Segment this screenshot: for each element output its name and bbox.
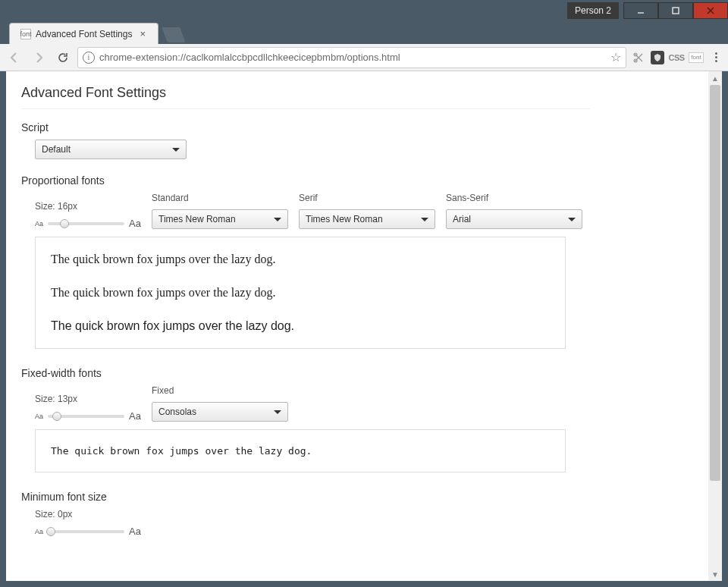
extension-icon-scissors[interactable]: [631, 50, 646, 65]
sans-font-dropdown[interactable]: Arial: [446, 209, 582, 229]
fixed-preview: The quick brown fox jumps over the lazy …: [35, 429, 566, 472]
chevron-down-icon: [172, 148, 180, 152]
slider-aa-big: Aa: [129, 218, 141, 229]
standard-label: Standard: [152, 193, 288, 203]
script-dropdown-value: Default: [42, 144, 71, 155]
preview-sans: The quick brown fox jumps over the lazy …: [51, 319, 550, 333]
slider-aa-big: Aa: [129, 526, 141, 537]
script-section-label: Script: [21, 121, 693, 133]
tab-strip: font Advanced Font Settings ×: [0, 21, 728, 44]
slider-thumb[interactable]: [46, 527, 55, 536]
nav-forward-button[interactable]: [29, 48, 49, 67]
sans-font-value: Arial: [453, 214, 471, 224]
proportional-heading: Proportional fonts: [21, 174, 693, 187]
bookmark-star-icon[interactable]: ☆: [610, 50, 621, 64]
slider-thumb[interactable]: [52, 412, 61, 421]
fixed-size-label: Size: 13px: [35, 394, 141, 404]
fixed-heading: Fixed-width fonts: [21, 367, 693, 379]
fixed-label: Fixed: [152, 385, 288, 396]
tab-title: Advanced Font Settings: [36, 29, 132, 39]
window-maximize-button[interactable]: [658, 2, 693, 19]
extension-icon-ublock[interactable]: [651, 51, 664, 64]
sans-label: Sans-Serif: [446, 193, 582, 203]
extension-icon-font[interactable]: font: [689, 52, 704, 63]
url-text: chrome-extension://caclkomlalccbpcdllchk…: [99, 52, 606, 63]
preview-serif: The quick brown fox jumps over the lazy …: [51, 286, 550, 300]
scroll-down-arrow[interactable]: ▼: [708, 567, 722, 581]
reload-button[interactable]: [53, 48, 73, 67]
site-info-icon[interactable]: i: [83, 52, 95, 64]
minimum-heading: Minimum font size: [21, 491, 693, 503]
page-title: Advanced Font Settings: [21, 85, 590, 109]
slider-aa-small: Aa: [35, 528, 43, 535]
serif-label: Serif: [299, 193, 435, 203]
proportional-size-label: Size: 16px: [35, 201, 141, 212]
proportional-size-slider[interactable]: [48, 222, 124, 225]
fixed-size-slider[interactable]: [48, 415, 124, 418]
tab-favicon: font: [20, 29, 31, 39]
browser-menu-button[interactable]: [708, 52, 723, 62]
address-bar[interactable]: i chrome-extension://caclkomlalccbpcdllc…: [77, 47, 626, 68]
slider-aa-small: Aa: [35, 413, 43, 420]
browser-tab[interactable]: font Advanced Font Settings ×: [9, 23, 158, 44]
window-titlebar: Person 2: [0, 0, 728, 21]
slider-thumb[interactable]: [60, 219, 69, 228]
standard-font-dropdown[interactable]: Times New Roman: [152, 209, 288, 229]
chevron-down-icon: [274, 410, 281, 414]
nav-back-button[interactable]: [5, 48, 24, 67]
chevron-down-icon: [568, 218, 576, 221]
new-tab-button[interactable]: [162, 27, 185, 42]
tab-close-icon[interactable]: ×: [140, 28, 146, 39]
serif-font-dropdown[interactable]: Times New Roman: [299, 209, 435, 229]
minimum-size-label: Size: 0px: [35, 509, 141, 520]
slider-aa-big: Aa: [129, 410, 141, 422]
chevron-down-icon: [421, 218, 428, 221]
page-viewport: Advanced Font Settings Script Default Pr…: [6, 71, 708, 581]
fixed-font-dropdown[interactable]: Consolas: [152, 402, 288, 422]
scroll-thumb[interactable]: [710, 85, 720, 481]
window-close-button[interactable]: [693, 2, 728, 19]
preview-standard: The quick brown fox jumps over the lazy …: [51, 253, 550, 266]
fixed-font-value: Consolas: [158, 407, 196, 417]
extension-icon-css[interactable]: CSS: [669, 50, 684, 65]
window-minimize-button[interactable]: [623, 2, 658, 19]
scroll-track[interactable]: [708, 85, 722, 567]
scroll-up-arrow[interactable]: ▲: [708, 71, 722, 85]
browser-toolbar: i chrome-extension://caclkomlalccbpcdllc…: [0, 44, 728, 71]
chevron-down-icon: [274, 218, 281, 221]
script-dropdown[interactable]: Default: [35, 140, 187, 159]
preview-fixed: The quick brown fox jumps over the lazy …: [51, 445, 550, 457]
proportional-preview: The quick brown fox jumps over the lazy …: [35, 237, 566, 349]
minimum-size-slider[interactable]: [48, 530, 124, 533]
standard-font-value: Times New Roman: [158, 214, 236, 224]
slider-aa-small: Aa: [35, 220, 43, 228]
serif-font-value: Times New Roman: [306, 214, 383, 224]
svg-rect-1: [673, 8, 679, 14]
vertical-scrollbar[interactable]: ▲ ▼: [708, 71, 722, 581]
profile-badge[interactable]: Person 2: [567, 2, 619, 19]
